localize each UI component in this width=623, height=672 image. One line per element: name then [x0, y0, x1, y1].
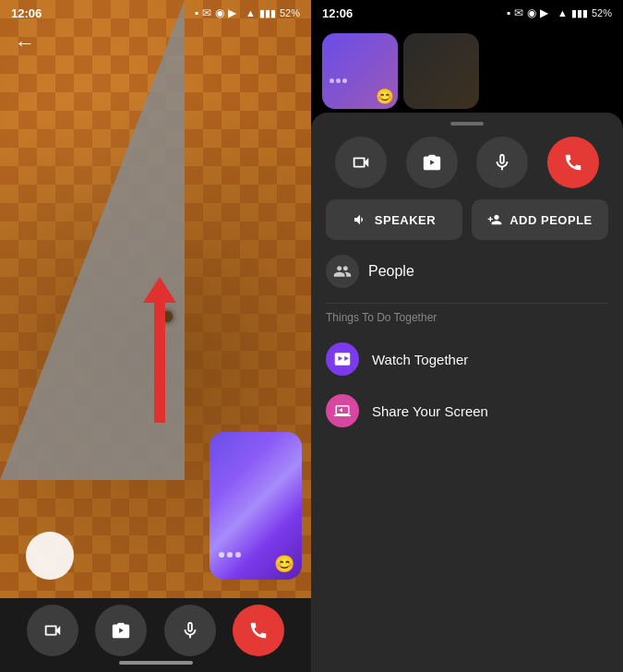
group-icon [333, 262, 352, 281]
share-screen-label: Share Your Screen [372, 403, 488, 419]
bottom-sheet: SPEAKER ADD PEOPLE People Thin [311, 113, 623, 672]
call-controls-row [311, 133, 623, 199]
right-status-icons: ▪ ✉ ◉ ▶ ▲ ▮▮▮ 52% [507, 6, 612, 19]
right-panel: 12:06 ▪ ✉ ◉ ▶ ▲ ▮▮▮ 52% 😊 [311, 0, 623, 672]
message-icon: ✉ [202, 6, 211, 19]
r-signal-icon: ▮▮▮ [571, 7, 588, 19]
watch-together-item[interactable]: Watch Together [311, 333, 623, 385]
end-call-icon [248, 620, 269, 641]
self-thumb-background: 😊 [210, 432, 302, 580]
speaker-button[interactable]: SPEAKER [326, 199, 462, 240]
right-status-bar: 12:06 ▪ ✉ ◉ ▶ ▲ ▮▮▮ 52% [311, 0, 623, 26]
battery-left: 52% [280, 7, 300, 18]
things-heading: Things To Do Together [311, 311, 623, 333]
r-video-camera-button[interactable] [335, 137, 387, 188]
people-icon-circle [326, 255, 359, 288]
play-icon [334, 351, 351, 367]
nav-handle-left [119, 661, 193, 665]
bottom-bar-left [0, 598, 311, 672]
video-camera-icon [42, 620, 63, 641]
self-video-thumbnail: 😊 [210, 432, 302, 580]
speaker-icon [353, 212, 367, 227]
r-video-camera-icon [351, 152, 371, 173]
share-screen-item[interactable]: Share Your Screen [311, 385, 623, 437]
people-label: People [368, 263, 414, 280]
add-people-button[interactable]: ADD PEOPLE [472, 199, 608, 240]
people-section: People [311, 251, 623, 295]
speaker-addpeople-row: SPEAKER ADD PEOPLE [311, 199, 623, 251]
remote-video-thumb: 😊 [322, 33, 398, 109]
add-person-icon [487, 212, 502, 227]
share-screen-icon-wrap [326, 394, 359, 427]
speaker-label: SPEAKER [375, 213, 436, 227]
flip-camera-button[interactable] [95, 605, 147, 656]
sheet-handle [450, 122, 484, 126]
video-camera-button[interactable] [27, 605, 78, 656]
add-people-label: ADD PEOPLE [509, 213, 593, 227]
arrow-head [143, 277, 176, 303]
r-flip-camera-button[interactable] [406, 137, 458, 188]
r-youtube-icon: ▶ [540, 6, 548, 19]
thumb-emoji: 😊 [274, 554, 294, 574]
microphone-icon [180, 620, 200, 641]
capture-button[interactable] [26, 532, 74, 580]
wifi-icon: ▲ [246, 7, 256, 18]
r-microphone-icon [492, 152, 512, 173]
notification-icon: ▪ [195, 6, 198, 19]
back-button[interactable]: ← [15, 31, 35, 55]
r-whatsapp-icon: ◉ [527, 6, 536, 19]
red-arrow-indicator [143, 277, 176, 423]
section-divider [326, 303, 608, 304]
remote-thumb-emoji: 😊 [376, 88, 394, 105]
video-thumbnails-row: 😊 [311, 26, 623, 113]
signal-icon: ▮▮▮ [259, 7, 276, 19]
mute-button[interactable] [164, 605, 216, 656]
left-panel: 12:06 ▪ ✉ ◉ ▶ ▲ ▮▮▮ 52% ← 😊 [0, 0, 311, 672]
r-flip-camera-icon [422, 152, 442, 173]
r-message-icon: ✉ [514, 6, 523, 19]
right-time: 12:06 [322, 6, 353, 20]
local-video-thumb [403, 33, 479, 109]
left-status-bar: 12:06 ▪ ✉ ◉ ▶ ▲ ▮▮▮ 52% [0, 0, 311, 26]
youtube-icon: ▶ [228, 6, 236, 19]
r-notification-icon: ▪ [507, 6, 510, 19]
left-status-icons: ▪ ✉ ◉ ▶ ▲ ▮▮▮ 52% [195, 6, 300, 19]
flip-camera-icon [111, 620, 131, 641]
r-battery: 52% [592, 7, 612, 18]
whatsapp-icon: ◉ [215, 6, 224, 19]
watch-together-icon-wrap [326, 342, 359, 376]
end-call-button[interactable] [233, 605, 284, 656]
screen-share-icon [334, 402, 351, 419]
arrow-shaft [154, 303, 165, 423]
r-mute-button[interactable] [476, 137, 528, 188]
r-end-call-icon [563, 152, 583, 173]
left-time: 12:06 [11, 6, 42, 20]
people-row: People [326, 255, 608, 288]
watch-together-label: Watch Together [372, 352, 468, 367]
remote-thumb-dots [329, 70, 349, 87]
r-wifi-icon: ▲ [557, 7, 568, 18]
r-end-call-button[interactable] [547, 137, 599, 188]
